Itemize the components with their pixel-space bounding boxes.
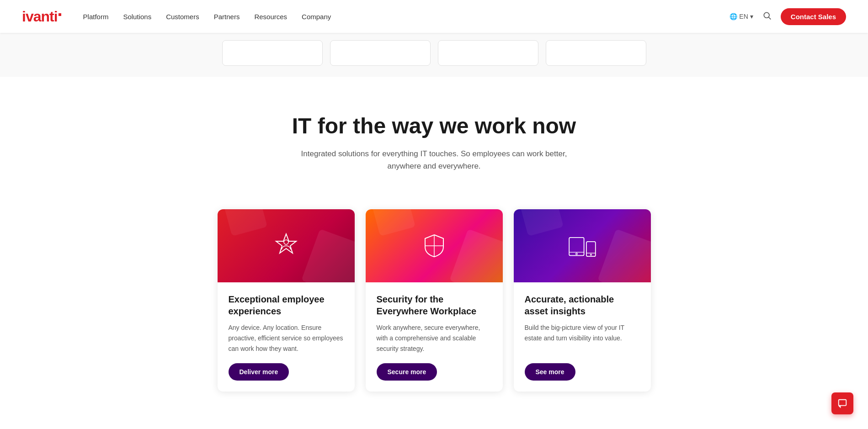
contact-sales-button[interactable]: Contact Sales (781, 8, 846, 25)
logo-text: ivanti (22, 8, 58, 25)
search-icon (762, 11, 772, 20)
devices-icon (566, 228, 599, 263)
top-cards-section (0, 33, 868, 77)
navbar-left: ivanti Platform Solutions Customers Part… (22, 8, 331, 25)
star-person-icon (270, 228, 303, 263)
search-button[interactable] (761, 9, 773, 24)
card-employee-body: Exceptional employee experiences Any dev… (218, 282, 355, 363)
card-asset-footer: See more (514, 363, 651, 392)
hero-section: IT for the way we work now Integrated so… (0, 77, 868, 200)
card-security-desc: Work anywhere, secure everywhere, with a… (377, 323, 492, 354)
card-security-title: Security for the Everywhere Workplace (377, 293, 492, 317)
card-asset-title: Accurate, actionable asset insights (525, 293, 640, 317)
card-security-header (366, 209, 503, 282)
card-security-body: Security for the Everywhere Workplace Wo… (366, 282, 503, 363)
svg-marker-2 (276, 234, 296, 253)
nav-links: Platform Solutions Customers Partners Re… (83, 13, 331, 21)
svg-rect-12 (839, 400, 847, 406)
nav-link-resources[interactable]: Resources (254, 13, 287, 21)
deliver-more-button[interactable]: Deliver more (229, 363, 289, 381)
svg-line-1 (769, 17, 771, 19)
card-security-footer: Secure more (366, 363, 503, 392)
top-card-4 (546, 40, 646, 66)
hero-subtitle: Integrated solutions for everything IT t… (288, 148, 580, 172)
see-more-button[interactable]: See more (525, 363, 575, 381)
secure-more-button[interactable]: Secure more (377, 363, 437, 381)
top-card-3 (438, 40, 538, 66)
chat-icon (837, 398, 847, 408)
top-card-2 (330, 40, 431, 66)
svg-point-11 (590, 254, 591, 255)
hero-title: IT for the way we work now (22, 113, 846, 138)
card-employee-title: Exceptional employee experiences (229, 293, 344, 317)
nav-link-company[interactable]: Company (302, 13, 331, 21)
language-button[interactable]: 🌐 EN ▾ (730, 13, 753, 20)
chat-button[interactable] (831, 392, 853, 414)
svg-point-3 (284, 240, 288, 244)
nav-link-solutions[interactable]: Solutions (123, 13, 151, 21)
lang-label: EN (739, 13, 748, 20)
card-employee-footer: Deliver more (218, 363, 355, 392)
svg-point-8 (575, 253, 577, 255)
navbar: ivanti Platform Solutions Customers Part… (0, 0, 868, 33)
card-employee-header (218, 209, 355, 282)
card-employee: Exceptional employee experiences Any dev… (218, 209, 355, 392)
logo-cursor (59, 13, 61, 16)
top-card-1 (222, 40, 323, 66)
logo[interactable]: ivanti (22, 8, 61, 25)
card-asset-header (514, 209, 651, 282)
navbar-right: 🌐 EN ▾ Contact Sales (730, 8, 846, 25)
card-employee-desc: Any device. Any location. Ensure proacti… (229, 323, 344, 354)
nav-link-partners[interactable]: Partners (214, 13, 240, 21)
card-asset-desc: Build the big-picture view of your IT es… (525, 323, 640, 354)
card-asset-body: Accurate, actionable asset insights Buil… (514, 282, 651, 363)
card-asset: Accurate, actionable asset insights Buil… (514, 209, 651, 392)
chevron-down-icon: ▾ (750, 13, 753, 20)
nav-link-customers[interactable]: Customers (166, 13, 199, 21)
cards-section: Exceptional employee experiences Any dev… (0, 200, 868, 419)
svg-point-0 (764, 12, 769, 18)
shield-icon (418, 228, 451, 263)
nav-link-platform[interactable]: Platform (83, 13, 109, 21)
card-security: Security for the Everywhere Workplace Wo… (366, 209, 503, 392)
globe-icon: 🌐 (730, 13, 737, 20)
